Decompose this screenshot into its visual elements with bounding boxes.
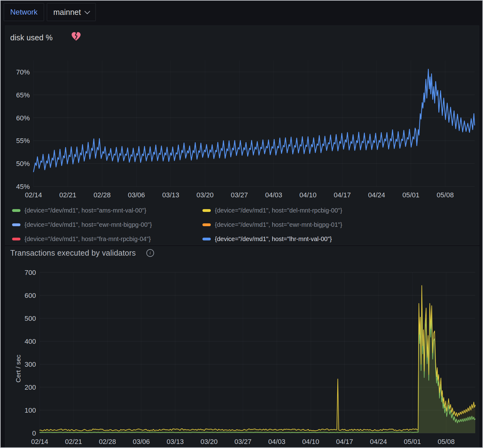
- legend-item-label[interactable]: {device="/dev/md1", host="ewr-mnt-bigpg-…: [24, 221, 152, 228]
- legend-item-fra-mnt-rpcbig-04[interactable]: {device="/dev/md1", host="fra-mnt-rpcbig…: [12, 232, 202, 246]
- svg-text:100: 100: [24, 406, 36, 414]
- svg-text:200: 200: [24, 383, 36, 391]
- svg-text:03/20: 03/20: [197, 191, 214, 199]
- dashboard-page: Network mainnet disk used % 45%50%55%60%…: [0, 0, 483, 448]
- variables-toolbar: Network mainnet: [4, 3, 96, 21]
- variable-label: Network: [10, 8, 38, 16]
- legend-item-label[interactable]: {device="/dev/md1", host="ams-mnt-val-00…: [24, 207, 146, 214]
- panel-disk-used: disk used % 45%50%55%60%65%70%02/1402/21…: [5, 25, 479, 245]
- transactions-chart[interactable]: 010020030040050060070002/1402/2102/2803/…: [5, 247, 480, 448]
- svg-text:04/24: 04/24: [370, 438, 387, 446]
- svg-text:600: 600: [24, 292, 36, 299]
- svg-text:700: 700: [24, 269, 36, 276]
- svg-text:65%: 65%: [16, 91, 30, 99]
- svg-text:03/13: 03/13: [167, 438, 184, 446]
- network-variable-dropdown[interactable]: mainnet: [47, 3, 96, 21]
- svg-text:03/13: 03/13: [162, 191, 179, 199]
- svg-text:05/08: 05/08: [438, 438, 455, 446]
- disk-used-chart[interactable]: 45%50%55%60%65%70%02/1402/2102/2803/0603…: [5, 26, 480, 203]
- svg-text:04/03: 04/03: [268, 438, 285, 446]
- svg-text:03/06: 03/06: [128, 191, 145, 199]
- variable-label-box: Network: [4, 3, 44, 21]
- legend-item-label[interactable]: {device="/dev/md1", host="fra-mnt-rpcbig…: [24, 235, 151, 243]
- disk-used-legend: {device="/dev/md1", host="ams-mnt-val-00…: [12, 203, 476, 246]
- svg-text:0: 0: [32, 429, 36, 437]
- series-color-swatch: [202, 223, 211, 226]
- svg-text:04/17: 04/17: [336, 438, 353, 446]
- series-color-swatch: [202, 209, 211, 212]
- chevron-down-icon: [84, 8, 90, 14]
- svg-text:45%: 45%: [16, 183, 30, 190]
- legend-item-lhr-mnt-val-00[interactable]: {device="/dev/md1", host="lhr-mnt-val-00…: [202, 232, 476, 246]
- svg-text:300: 300: [24, 361, 36, 368]
- legend-item-label[interactable]: {device="/dev/md1", host="ewr-mnt-bigpg-…: [215, 221, 342, 228]
- svg-text:03/06: 03/06: [133, 438, 150, 446]
- svg-text:04/24: 04/24: [368, 191, 385, 199]
- svg-text:70%: 70%: [16, 68, 30, 76]
- series-color-swatch: [12, 238, 20, 240]
- svg-text:02/21: 02/21: [59, 191, 76, 199]
- series-color-swatch: [12, 209, 20, 212]
- svg-text:60%: 60%: [16, 114, 30, 122]
- svg-text:02/14: 02/14: [25, 191, 42, 199]
- svg-text:400: 400: [24, 338, 36, 345]
- panel-transactions: Transactions executed by validators i Ce…: [5, 246, 479, 448]
- svg-text:05/01: 05/01: [404, 438, 421, 446]
- svg-text:04/10: 04/10: [299, 191, 317, 199]
- svg-text:02/28: 02/28: [94, 191, 111, 199]
- svg-text:05/01: 05/01: [402, 191, 419, 199]
- svg-text:03/20: 03/20: [201, 438, 218, 446]
- svg-text:05/08: 05/08: [437, 191, 454, 199]
- legend-item-ams-mnt-val-00[interactable]: {device="/dev/md1", host="ams-mnt-val-00…: [12, 203, 202, 217]
- svg-text:03/27: 03/27: [231, 191, 248, 199]
- svg-text:55%: 55%: [16, 137, 30, 145]
- legend-item-label[interactable]: {device="/dev/md1", host="lhr-mnt-val-00…: [215, 235, 332, 243]
- svg-text:04/17: 04/17: [334, 191, 351, 199]
- svg-text:500: 500: [24, 315, 36, 322]
- svg-text:50%: 50%: [16, 160, 30, 168]
- svg-text:04/10: 04/10: [302, 438, 319, 446]
- svg-text:02/14: 02/14: [31, 438, 48, 446]
- series-color-swatch: [12, 223, 20, 226]
- legend-item-ewr-mnt-bigpg-00[interactable]: {device="/dev/md1", host="ewr-mnt-bigpg-…: [12, 217, 202, 232]
- legend-item-del-mnt-rpcbig-00[interactable]: {device="/dev/md1", host="del-mnt-rpcbig…: [202, 203, 476, 217]
- series-color-swatch: [202, 238, 211, 240]
- svg-text:03/27: 03/27: [234, 438, 251, 446]
- svg-text:04/03: 04/03: [265, 191, 282, 199]
- legend-item-label[interactable]: {device="/dev/md1", host="del-mnt-rpcbig…: [215, 207, 342, 214]
- variable-value[interactable]: mainnet: [53, 8, 81, 17]
- svg-text:02/28: 02/28: [99, 438, 116, 446]
- svg-text:02/21: 02/21: [65, 438, 82, 446]
- legend-item-ewr-mnt-bigpg-01[interactable]: {device="/dev/md1", host="ewr-mnt-bigpg-…: [202, 217, 476, 232]
